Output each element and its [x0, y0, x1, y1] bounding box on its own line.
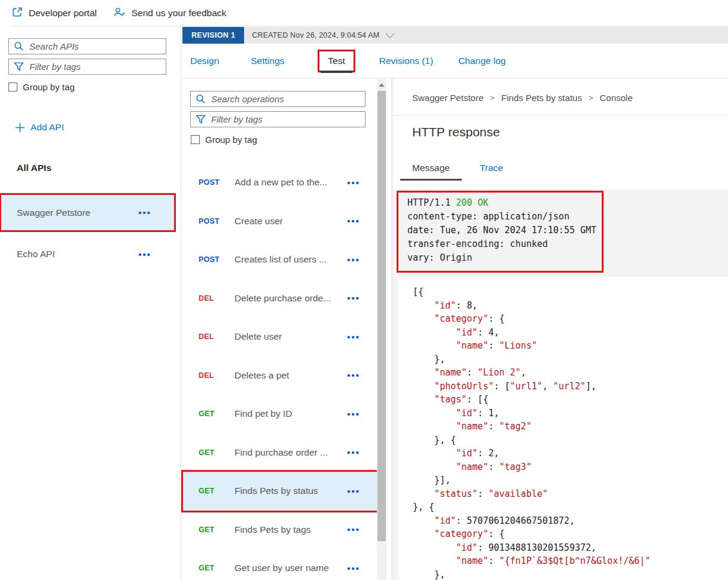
chevron-down-icon[interactable] [385, 30, 395, 41]
operations-panel: Group by tag POSTAdd a new pet to the...… [181, 78, 392, 580]
top-bar: Developer portal Send us your feedback [0, 0, 728, 26]
method-badge: GET [199, 410, 227, 418]
operation-menu-button[interactable]: ••• [347, 216, 360, 225]
operation-menu-button[interactable]: ••• [347, 525, 360, 534]
group-operations-by-tag-row: Group by tag [191, 135, 257, 145]
method-badge: GET [199, 448, 227, 457]
operation-row[interactable]: POSTCreate user••• [183, 202, 378, 241]
response-body-gutter [393, 277, 398, 580]
search-icon [196, 94, 206, 104]
sidebar-api-item[interactable]: Swagger Petstore••• [1, 195, 174, 230]
group-by-tag-checkbox[interactable] [8, 83, 17, 91]
operation-label: Find pet by ID [234, 408, 347, 419]
operation-menu-button[interactable]: ••• [347, 487, 360, 496]
all-apis-heading: All APIs [17, 163, 51, 173]
operation-label: Deletes a pet [234, 370, 347, 381]
response-headers-highlight-box: HTTP/1.1 200 OKcontent-type: application… [397, 191, 604, 273]
operation-menu-button[interactable]: ••• [347, 564, 360, 573]
breadcrumb-item[interactable]: Finds Pets by status [501, 93, 582, 103]
operation-label: Find purchase order ... [234, 447, 347, 458]
breadcrumb-item[interactable]: Console [599, 93, 632, 103]
filter-operations-field [190, 111, 365, 127]
method-badge: DEL [199, 332, 227, 341]
group-by-tag-checkbox[interactable] [191, 135, 200, 144]
tab-change-log[interactable]: Change log [458, 56, 505, 66]
response-body: [{ "id": 8, "category": { "id": 4, "name… [413, 285, 650, 580]
search-icon [14, 41, 24, 51]
operation-row[interactable]: GETFind purchase order ...••• [183, 434, 378, 472]
filter-operations-input[interactable] [190, 111, 365, 127]
sidebar-api-item[interactable]: Echo API••• [1, 245, 174, 263]
operation-label: Creates list of users ... [234, 254, 347, 265]
filter-funnel-icon [196, 114, 206, 124]
group-by-tag-row: Group by tag [8, 82, 75, 92]
console-tab-trace[interactable]: Trace [468, 163, 515, 181]
feedback-link[interactable]: Send us your feedback [114, 7, 227, 20]
operation-row[interactable]: GETGet user by user name••• [183, 549, 378, 580]
scroll-up-arrow-icon[interactable] [379, 83, 385, 87]
operation-label: Add a new pet to the... [234, 177, 347, 188]
developer-portal-label: Developer portal [29, 8, 97, 19]
add-api-label: Add API [31, 122, 64, 133]
search-apis-input[interactable] [8, 38, 166, 54]
operation-menu-button[interactable]: ••• [347, 294, 360, 303]
operation-row[interactable]: GETFinds Pets by tags••• [183, 511, 378, 550]
operation-row[interactable]: DELDelete purchase orde...••• [183, 279, 378, 318]
method-badge: DEL [199, 294, 227, 303]
breadcrumb-item[interactable]: Swagger Petstore [412, 93, 483, 103]
api-name: Echo API [17, 249, 55, 260]
external-link-icon [12, 7, 23, 20]
console-tab-message[interactable]: Message [400, 163, 462, 181]
revision-bar: REVISION 1 CREATED Nov 26, 2024, 9:04:54… [182, 27, 728, 44]
method-badge: POST [199, 255, 227, 264]
breadcrumb-separator: > [589, 93, 593, 102]
feedback-person-icon [114, 7, 126, 20]
operation-label: Create user [234, 216, 347, 227]
search-operations-field [190, 91, 365, 107]
method-badge: POST [199, 178, 227, 187]
operation-row[interactable]: POSTAdd a new pet to the...••• [183, 163, 378, 202]
feedback-label: Send us your feedback [132, 8, 227, 19]
operation-menu-button[interactable]: ••• [347, 371, 360, 380]
api-tabs: DesignSettingsTestRevisions (1)Change lo… [181, 44, 728, 78]
tab-revisions-1[interactable]: Revisions (1) [379, 56, 433, 66]
developer-portal-link[interactable]: Developer portal [12, 7, 97, 20]
operation-menu-button[interactable]: ••• [347, 410, 360, 419]
operation-row[interactable]: POSTCreates list of users ...••• [183, 240, 378, 279]
operations-scrollbar[interactable] [377, 79, 386, 580]
breadcrumb: Swagger Petstore>Finds Pets by status>Co… [412, 93, 633, 103]
group-by-tag-label: Group by tag [23, 82, 75, 92]
group-by-tag-label: Group by tag [205, 135, 257, 145]
api-menu-button[interactable]: ••• [138, 250, 151, 259]
panel-divider [393, 115, 728, 116]
response-headers-block: HTTP/1.1 200 OKcontent-type: application… [397, 190, 728, 277]
filter-funnel-icon [14, 62, 24, 72]
operation-menu-button[interactable]: ••• [347, 255, 360, 264]
operation-row[interactable]: DELDelete user••• [183, 318, 378, 356]
response-headers-text: HTTP/1.1 200 OKcontent-type: application… [407, 196, 602, 265]
operation-row[interactable]: DELDeletes a pet••• [183, 356, 378, 395]
console-tabs: MessageTrace [400, 163, 515, 181]
tab-test[interactable]: Test [318, 50, 355, 72]
page-title: HTTP response [412, 125, 500, 139]
operation-menu-button[interactable]: ••• [347, 448, 360, 457]
operation-label: Delete user [234, 331, 347, 342]
tab-design[interactable]: Design [190, 56, 219, 66]
operation-row[interactable]: GETFind pet by ID••• [183, 395, 378, 434]
operation-row[interactable]: GETFinds Pets by status••• [183, 472, 378, 511]
method-badge: GET [199, 487, 227, 495]
tab-settings[interactable]: Settings [251, 56, 284, 66]
search-operations-input[interactable] [190, 91, 365, 107]
operation-menu-button[interactable]: ••• [347, 178, 360, 187]
operations-list: POSTAdd a new pet to the...•••POSTCreate… [183, 163, 378, 580]
operation-menu-button[interactable]: ••• [347, 332, 360, 341]
operation-label: Finds Pets by status [234, 486, 347, 496]
scrollbar-thumb[interactable] [377, 91, 386, 541]
filter-apis-input[interactable] [8, 59, 166, 75]
api-menu-button[interactable]: ••• [138, 208, 151, 217]
console-panel: Swagger Petstore>Finds Pets by status>Co… [392, 78, 728, 580]
method-badge: GET [199, 564, 227, 572]
breadcrumb-separator: > [490, 93, 495, 102]
operation-label: Delete purchase orde... [234, 293, 347, 304]
add-api-button[interactable]: Add API [16, 122, 64, 133]
